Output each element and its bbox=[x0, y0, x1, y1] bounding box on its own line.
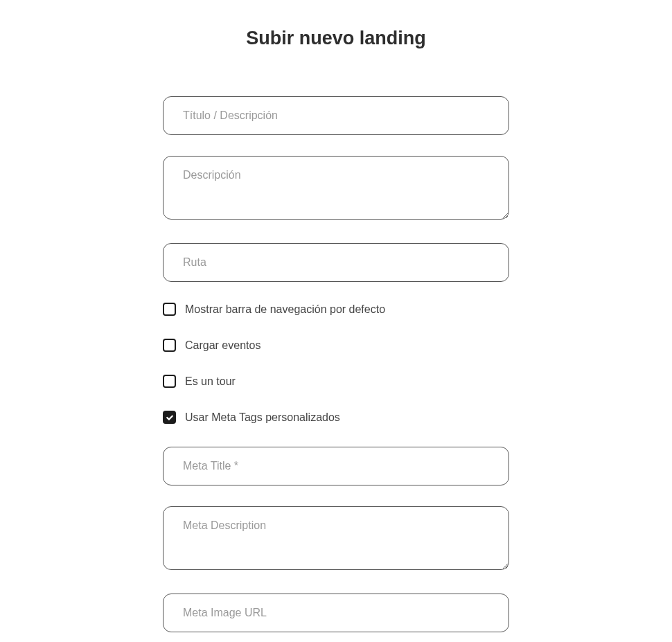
checkbox-label: Usar Meta Tags personalizados bbox=[185, 411, 340, 424]
checkbox-label: Cargar eventos bbox=[185, 339, 260, 352]
form-container: Subir nuevo landing Mostrar barra de nav… bbox=[163, 28, 509, 642]
route-input[interactable] bbox=[163, 243, 509, 282]
page-title: Subir nuevo landing bbox=[163, 28, 509, 49]
is-tour-checkbox-row[interactable]: Es un tour bbox=[163, 375, 509, 388]
load-events-checkbox-row[interactable]: Cargar eventos bbox=[163, 339, 509, 352]
checkbox-icon bbox=[163, 375, 176, 388]
checkbox-icon bbox=[163, 411, 176, 424]
description-textarea[interactable] bbox=[163, 156, 509, 220]
checkbox-icon bbox=[163, 339, 176, 352]
use-meta-tags-checkbox-row[interactable]: Usar Meta Tags personalizados bbox=[163, 411, 509, 424]
meta-description-textarea[interactable] bbox=[163, 506, 509, 570]
checkbox-label: Es un tour bbox=[185, 375, 236, 388]
title-input[interactable] bbox=[163, 96, 509, 135]
show-navbar-checkbox-row[interactable]: Mostrar barra de navegación por defecto bbox=[163, 303, 509, 316]
meta-title-input[interactable] bbox=[163, 447, 509, 485]
checkbox-label: Mostrar barra de navegación por defecto bbox=[185, 303, 385, 316]
meta-tags-section bbox=[163, 447, 509, 642]
checkbox-icon bbox=[163, 303, 176, 316]
meta-image-input[interactable] bbox=[163, 594, 509, 632]
